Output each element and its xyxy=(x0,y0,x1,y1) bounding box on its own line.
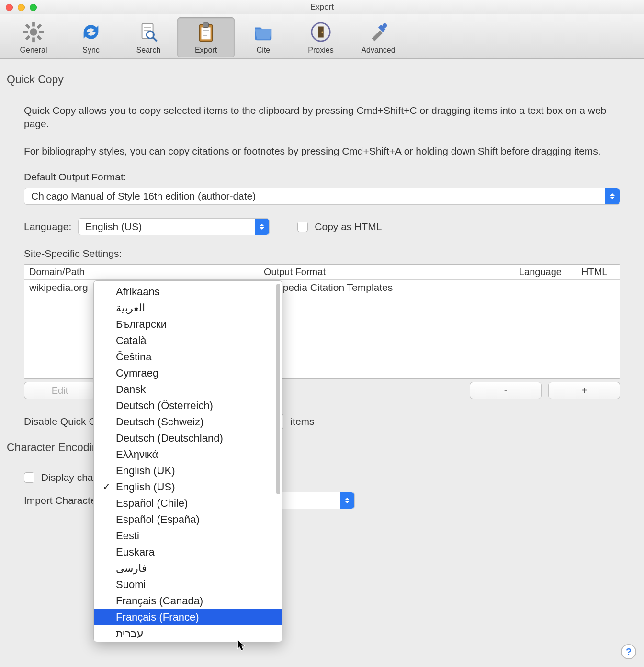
language-option[interactable]: Afrikaans xyxy=(94,284,282,300)
language-option[interactable]: Euskara xyxy=(94,544,282,560)
quick-copy-desc-1: Quick Copy allows you to copy selected i… xyxy=(24,104,620,131)
edit-button[interactable]: Edit xyxy=(24,382,96,399)
svg-point-22 xyxy=(321,32,323,33)
tab-proxies-label: Proxies xyxy=(292,46,350,55)
language-option[interactable]: English (US) xyxy=(94,479,282,495)
cell-language xyxy=(514,280,576,295)
tab-sync-label: Sync xyxy=(62,46,120,55)
page-magnifier-icon xyxy=(136,20,160,44)
help-icon: ? xyxy=(626,646,632,657)
language-option[interactable]: Eesti xyxy=(94,528,282,544)
language-option[interactable]: Deutsch (Schweiz) xyxy=(94,414,282,430)
tab-cite[interactable]: Cite xyxy=(235,17,292,57)
language-option[interactable]: Suomi xyxy=(94,577,282,593)
svg-line-8 xyxy=(26,36,30,40)
tab-search-label: Search xyxy=(120,46,177,55)
language-option[interactable]: Français (France) xyxy=(94,609,282,625)
mouse-cursor-icon xyxy=(237,639,248,653)
chevron-updown-icon xyxy=(605,188,620,204)
tab-search[interactable]: Search xyxy=(120,17,177,57)
disable-quick-copy-suffix: items xyxy=(290,416,314,427)
col-output-format[interactable]: Output Format xyxy=(259,265,514,279)
svg-line-7 xyxy=(38,25,41,28)
tab-export-label: Export xyxy=(177,46,235,55)
language-option[interactable]: עברית xyxy=(94,625,282,642)
language-option[interactable]: Español (Chile) xyxy=(94,495,282,511)
plus-button[interactable]: + xyxy=(548,382,620,399)
close-window-button[interactable] xyxy=(6,4,13,11)
tab-general-label: General xyxy=(5,46,62,55)
minus-button[interactable]: - xyxy=(470,382,542,399)
quick-copy-heading: Quick Copy xyxy=(7,73,637,86)
display-encoding-checkbox[interactable] xyxy=(24,472,34,483)
language-option[interactable]: العربية xyxy=(94,300,282,316)
tab-advanced-label: Advanced xyxy=(350,46,407,55)
default-output-format-label: Default Output Format: xyxy=(24,171,620,183)
language-select[interactable]: English (US) xyxy=(78,218,270,235)
col-language[interactable]: Language xyxy=(514,265,576,279)
tab-advanced[interactable]: Advanced xyxy=(350,17,407,57)
language-option[interactable]: Español (España) xyxy=(94,511,282,528)
language-option[interactable]: Български xyxy=(94,316,282,333)
svg-rect-16 xyxy=(203,23,209,28)
folder-icon xyxy=(251,20,275,44)
language-option[interactable]: Deutsch (Deutschland) xyxy=(94,430,282,446)
section-divider xyxy=(7,89,637,89)
tab-proxies[interactable]: Proxies xyxy=(292,17,350,57)
titlebar: Export xyxy=(0,0,644,14)
language-value: English (US) xyxy=(85,221,142,233)
chevron-updown-icon xyxy=(255,219,269,235)
tab-general[interactable]: General xyxy=(5,17,62,57)
gear-icon xyxy=(22,20,45,44)
minimize-window-button[interactable] xyxy=(18,4,25,11)
col-html[interactable]: HTML xyxy=(576,265,620,279)
svg-line-6 xyxy=(38,36,41,40)
language-option[interactable]: Català xyxy=(94,333,282,349)
door-globe-icon xyxy=(309,20,333,44)
help-button[interactable]: ? xyxy=(621,644,636,659)
site-specific-settings-label: Site-Specific Settings: xyxy=(24,248,620,259)
tools-icon xyxy=(366,20,390,44)
quick-copy-desc-2: For bibliography styles, you can copy ci… xyxy=(24,145,620,158)
language-option[interactable]: Dansk xyxy=(94,381,282,398)
tab-cite-label: Cite xyxy=(235,46,292,55)
tab-export[interactable]: Export xyxy=(177,17,235,57)
default-output-format-value: Chicago Manual of Style 16th edition (au… xyxy=(31,190,256,202)
language-option[interactable]: فارسی xyxy=(94,560,282,577)
copy-as-html-label: Copy as HTML xyxy=(315,221,382,233)
clipboard-icon xyxy=(194,20,218,44)
language-option[interactable]: Français (Canada) xyxy=(94,593,282,609)
language-option[interactable]: Deutsch (Österreich) xyxy=(94,398,282,414)
default-output-format-select[interactable]: Chicago Manual of Style 16th edition (au… xyxy=(24,188,620,205)
language-option[interactable]: English (UK) xyxy=(94,463,282,479)
language-option[interactable]: Cymraeg xyxy=(94,365,282,381)
language-label: Language: xyxy=(24,221,71,233)
window-controls xyxy=(6,4,37,11)
prefs-toolbar: General Sync Search Export Cite Proxies xyxy=(0,14,644,59)
svg-line-5 xyxy=(26,25,30,28)
svg-point-0 xyxy=(30,28,37,35)
col-domain[interactable]: Domain/Path xyxy=(24,265,259,279)
svg-line-13 xyxy=(153,38,157,42)
svg-point-23 xyxy=(383,23,387,28)
table-header: Domain/Path Output Format Language HTML xyxy=(24,265,620,280)
tab-sync[interactable]: Sync xyxy=(62,17,120,57)
cell-html xyxy=(576,280,620,295)
copy-as-html-checkbox[interactable] xyxy=(297,222,308,232)
language-dropdown-popup[interactable]: AfrikaansالعربيةБългарскиCatalàČeštinaCy… xyxy=(93,280,282,642)
cell-format: Wikipedia Citation Templates xyxy=(259,280,514,295)
chevron-updown-icon xyxy=(340,492,354,509)
language-option[interactable]: Čeština xyxy=(94,349,282,365)
window-title: Export xyxy=(310,2,334,12)
language-option[interactable]: Ελληνικά xyxy=(94,446,282,463)
zoom-window-button[interactable] xyxy=(30,4,37,11)
sync-arrows-icon xyxy=(79,20,103,44)
scrollbar-thumb[interactable] xyxy=(276,284,280,494)
